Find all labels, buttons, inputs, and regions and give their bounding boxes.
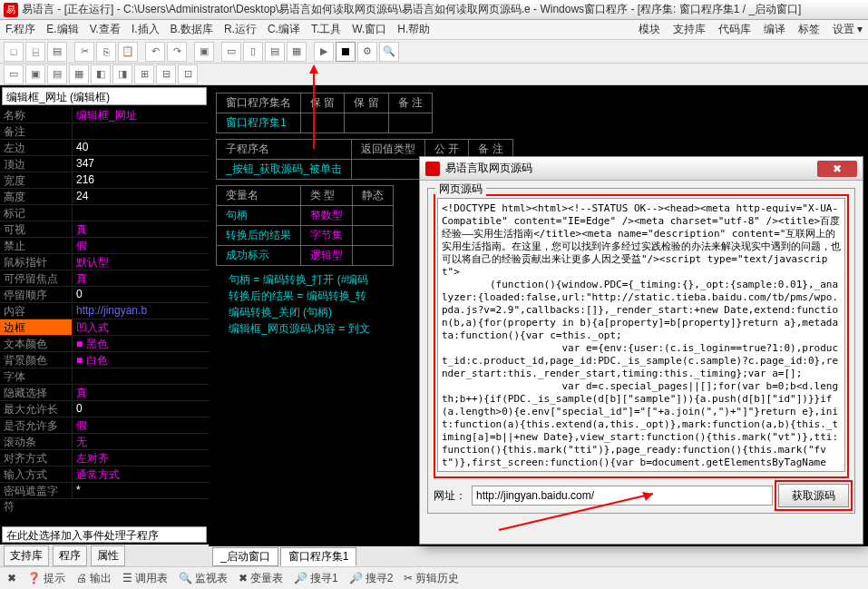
property-row[interactable]: 对齐方式左对齐 xyxy=(0,450,209,466)
component-select[interactable]: 编辑框_网址 (编辑框) xyxy=(2,87,207,105)
menu-database[interactable]: B.数据库 xyxy=(171,22,213,37)
status-calltable[interactable]: ☰ 调用表 xyxy=(122,571,168,586)
tab-programset1: 窗口程序集1 xyxy=(280,547,357,566)
property-row[interactable]: 边框凹入式 xyxy=(0,319,209,336)
property-row[interactable]: 最大允许长度0 xyxy=(0,401,209,417)
redo-icon[interactable]: ↷ xyxy=(167,42,187,62)
paste-icon[interactable]: 📋 xyxy=(118,42,138,62)
open-icon[interactable]: ⌸ xyxy=(25,42,45,62)
property-row[interactable]: 输入方式通常方式 xyxy=(0,466,209,483)
property-row[interactable]: 备注 xyxy=(0,123,209,140)
menu-view[interactable]: V.查看 xyxy=(90,22,121,37)
app-logo-icon: 易 xyxy=(4,3,18,17)
menu-edit[interactable]: E.编辑 xyxy=(46,22,78,37)
toolbar-main: □ ⌸ ▤ ✂ ⎘ 📋 ↶ ↷ ▣ ▭ ▯ ▤ ▦ ▶ ⚙ 🔍 xyxy=(0,40,868,64)
save-icon[interactable]: ▤ xyxy=(47,42,67,62)
debug-icon[interactable]: ⚙ xyxy=(357,42,377,62)
layout1-icon[interactable]: ▭ xyxy=(221,42,241,62)
property-row[interactable]: 可视真 xyxy=(0,221,209,238)
property-row[interactable]: 可停留焦点真 xyxy=(0,270,209,287)
menu-run[interactable]: R.运行 xyxy=(224,22,257,37)
property-row[interactable]: 背景颜色■ 白色 xyxy=(0,352,209,368)
close-button[interactable]: ✖ xyxy=(817,161,857,177)
status-search1[interactable]: 🔎 搜寻1 xyxy=(294,571,338,586)
toolbar-secondary: ▭ ▣ ▤ ▦ ◧ ◨ ⊞ ⊟ ⊡ xyxy=(0,64,868,85)
tab-property: 属性 xyxy=(91,545,125,566)
window-icon[interactable]: ▣ xyxy=(194,42,214,62)
source-textarea[interactable] xyxy=(437,198,845,472)
menu-program[interactable]: F.程序 xyxy=(5,22,35,37)
annotation-box xyxy=(434,194,849,478)
menu-support[interactable]: 支持库 xyxy=(673,22,706,37)
tool-g-icon[interactable]: ⊞ xyxy=(134,64,154,84)
menu-compile[interactable]: C.编译 xyxy=(268,22,300,37)
property-row[interactable]: 停留顺序0 xyxy=(0,287,209,303)
event-select[interactable]: 在此处选择加入事件处理子程序 xyxy=(2,526,207,543)
tool-h-icon[interactable]: ⊟ xyxy=(156,64,176,84)
property-row[interactable]: 隐藏选择真 xyxy=(0,385,209,401)
menu-help[interactable]: H.帮助 xyxy=(397,22,430,37)
layout2-icon[interactable]: ▯ xyxy=(243,42,263,62)
fetch-button[interactable]: 获取源码 xyxy=(778,484,849,507)
tool-b-icon[interactable]: ▣ xyxy=(25,64,45,84)
property-row[interactable]: 左边40 xyxy=(0,140,209,156)
new-icon[interactable]: □ xyxy=(4,42,24,62)
status-hint[interactable]: ❓ 提示 xyxy=(27,571,65,586)
dialog-title: 易语言取网页源码 xyxy=(445,161,817,176)
main-menu: F.程序 E.编辑 V.查看 I.插入 B.数据库 R.运行 C.编译 T.工具… xyxy=(0,20,868,40)
property-row[interactable]: 文本颜色■ 黑色 xyxy=(0,336,209,352)
undo-icon[interactable]: ↶ xyxy=(145,42,165,62)
tool-e-icon[interactable]: ◧ xyxy=(91,64,111,84)
menu-build[interactable]: 编译 xyxy=(764,22,785,37)
run-icon[interactable]: ▶ xyxy=(314,42,334,62)
tool-d-icon[interactable]: ▦ xyxy=(69,64,89,84)
layout3-icon[interactable]: ▤ xyxy=(265,42,285,62)
status-watch[interactable]: 🔍 监视表 xyxy=(179,571,228,586)
url-label: 网址： xyxy=(434,488,466,504)
menu-window[interactable]: W.窗口 xyxy=(352,22,386,37)
property-row[interactable]: 标记 xyxy=(0,205,209,221)
url-input[interactable] xyxy=(472,486,773,506)
table-programset: 窗口程序集名保 留保 留备 注 窗口程序集1 xyxy=(216,93,433,133)
status-search2[interactable]: 🔎 搜寻2 xyxy=(349,571,394,586)
property-row[interactable]: 密码遮盖字符* xyxy=(0,483,209,499)
tool-a-icon[interactable]: ▭ xyxy=(4,64,24,84)
window-title: 易语言 - [正在运行] - C:\Users\Administrator\De… xyxy=(22,2,801,17)
property-row[interactable]: 滚动条无 xyxy=(0,434,209,450)
status-vars[interactable]: ✖ 变量表 xyxy=(239,571,283,586)
menu-tag[interactable]: 标签 xyxy=(798,22,820,37)
tab-support: 支持库 xyxy=(4,545,49,566)
property-row[interactable]: 顶边347 xyxy=(0,156,209,172)
status-close-icon[interactable]: ✖ xyxy=(7,572,16,584)
tool-i-icon[interactable]: ⊡ xyxy=(178,64,198,84)
cut-icon[interactable]: ✂ xyxy=(74,42,94,62)
stop-button[interactable] xyxy=(336,42,356,62)
menu-settings[interactable]: 设置 ▾ xyxy=(833,22,863,37)
property-row[interactable]: 名称编辑框_网址 xyxy=(0,107,209,123)
group-label: 网页源码 xyxy=(435,182,486,197)
property-row[interactable]: 禁止假 xyxy=(0,238,209,254)
tool-c-icon[interactable]: ▤ xyxy=(47,64,67,84)
binoculars-icon[interactable]: 🔍 xyxy=(379,42,399,62)
tool-f-icon[interactable]: ◨ xyxy=(112,64,132,84)
property-row[interactable]: 高度24 xyxy=(0,189,209,205)
property-grid: 名称编辑框_网址备注左边40顶边347宽度216高度24标记可视真禁止假鼠标指针… xyxy=(0,107,209,525)
table-variables: 变量名类 型静态 句柄整数型 转换后的结果字节集 成功标示逻辑型 xyxy=(216,185,394,266)
property-row[interactable]: 是否允许多行假 xyxy=(0,417,209,434)
property-row[interactable]: 字体 xyxy=(0,368,209,385)
copy-icon[interactable]: ⎘ xyxy=(96,42,116,62)
tab-program: 程序 xyxy=(53,545,87,566)
status-output[interactable]: 🖨 输出 xyxy=(76,571,112,586)
property-row[interactable]: 宽度216 xyxy=(0,172,209,189)
status-cliphist[interactable]: ✂ 剪辑历史 xyxy=(404,571,459,586)
layout4-icon[interactable]: ▦ xyxy=(287,42,307,62)
menu-insert[interactable]: I.插入 xyxy=(132,22,160,37)
tab-startwindow: _启动窗口 xyxy=(212,547,278,566)
dialog-logo-icon xyxy=(425,162,440,176)
menu-tools[interactable]: T.工具 xyxy=(311,22,341,37)
property-row[interactable]: 鼠标指针默认型 xyxy=(0,254,209,270)
menu-module[interactable]: 模块 xyxy=(639,22,660,37)
menu-codelib[interactable]: 代码库 xyxy=(718,22,751,37)
property-row[interactable]: 内容http://jingyan.b xyxy=(0,303,209,319)
result-dialog: 易语言取网页源码 ✖ 网页源码 网址： 获取源码 xyxy=(419,156,863,545)
